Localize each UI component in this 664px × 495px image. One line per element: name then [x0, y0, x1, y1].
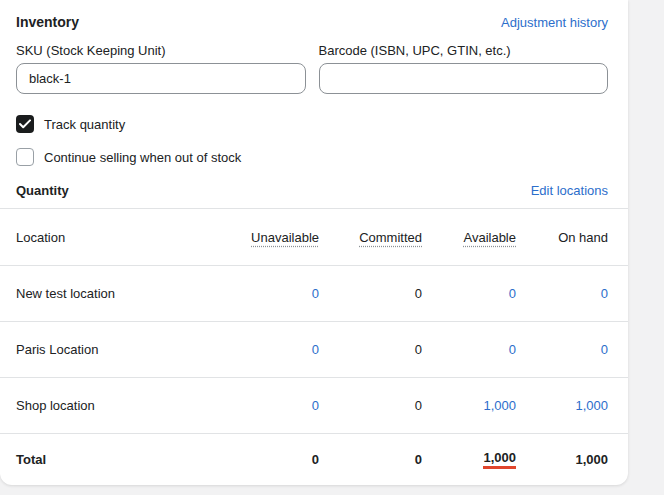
available-value-link[interactable]: 0 [509, 342, 516, 357]
available-value-link[interactable]: 0 [509, 286, 516, 301]
location-name: Shop location [16, 398, 223, 413]
quantity-title: Quantity [16, 183, 69, 198]
inventory-card: Inventory Adjustment history SKU (Stock … [0, 0, 628, 485]
table-row: Paris Location 0 0 0 0 [0, 322, 628, 378]
on-hand-value-link[interactable]: 0 [601, 286, 608, 301]
total-committed: 0 [415, 452, 422, 467]
committed-value: 0 [415, 398, 422, 413]
quantity-table: Location Unavailable Committed Available… [0, 208, 628, 484]
quantity-section-header: Quantity Edit locations [0, 166, 628, 198]
unavailable-value-link[interactable]: 0 [312, 398, 319, 413]
edit-locations-link[interactable]: Edit locations [531, 183, 608, 198]
adjustment-history-link[interactable]: Adjustment history [501, 15, 608, 30]
continue-selling-label: Continue selling when out of stock [44, 150, 241, 165]
checkbox-unchecked-icon[interactable] [16, 148, 34, 166]
sku-label: SKU (Stock Keeping Unit) [16, 43, 306, 58]
total-on-hand: 1,000 [575, 452, 608, 467]
committed-value: 0 [415, 342, 422, 357]
card-header: Inventory Adjustment history [0, 0, 628, 30]
available-value-link[interactable]: 1,000 [483, 398, 516, 413]
checkbox-checked-icon[interactable] [16, 115, 34, 133]
unavailable-value-link[interactable]: 0 [312, 286, 319, 301]
header-available[interactable]: Available [463, 230, 516, 245]
table-row: Shop location 0 0 1,000 1,000 [0, 378, 628, 434]
header-committed[interactable]: Committed [359, 230, 422, 245]
total-unavailable: 0 [312, 452, 319, 467]
track-quantity-checkbox-row[interactable]: Track quantity [16, 115, 612, 133]
card-title: Inventory [16, 14, 79, 30]
unavailable-value-link[interactable]: 0 [312, 342, 319, 357]
total-available: 1,000 [483, 450, 516, 469]
header-location: Location [16, 230, 223, 245]
header-on-hand: On hand [516, 230, 608, 245]
continue-selling-checkbox-row[interactable]: Continue selling when out of stock [16, 148, 612, 166]
sku-input[interactable] [16, 63, 306, 94]
table-row: New test location 0 0 0 0 [0, 266, 628, 322]
header-unavailable[interactable]: Unavailable [251, 230, 319, 245]
total-label: Total [16, 452, 223, 467]
track-quantity-label: Track quantity [44, 117, 125, 132]
on-hand-value-link[interactable]: 1,000 [575, 398, 608, 413]
barcode-field: Barcode (ISBN, UPC, GTIN, etc.) [319, 43, 609, 94]
table-total-row: Total 0 0 1,000 1,000 [0, 434, 628, 484]
table-header-row: Location Unavailable Committed Available… [0, 209, 628, 266]
barcode-input[interactable] [319, 63, 609, 94]
location-name: Paris Location [16, 342, 223, 357]
barcode-label: Barcode (ISBN, UPC, GTIN, etc.) [319, 43, 609, 58]
check-icon [19, 119, 31, 129]
committed-value: 0 [415, 286, 422, 301]
on-hand-value-link[interactable]: 0 [601, 342, 608, 357]
location-name: New test location [16, 286, 223, 301]
fields-row: SKU (Stock Keeping Unit) Barcode (ISBN, … [0, 30, 628, 94]
sku-field: SKU (Stock Keeping Unit) [16, 43, 306, 94]
